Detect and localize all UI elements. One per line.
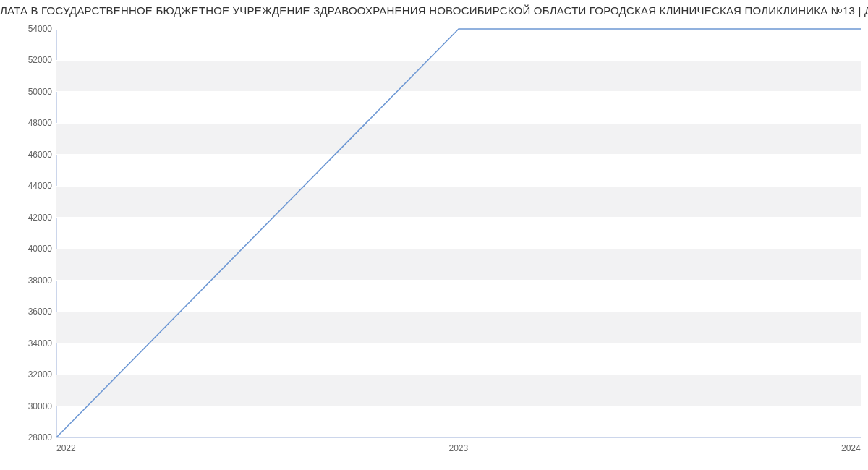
y-tick-label: 34000 [9, 338, 52, 349]
line-series [56, 29, 861, 437]
y-tick-label: 30000 [9, 401, 52, 411]
y-tick-label: 48000 [9, 118, 52, 128]
x-tick-label: 2024 [841, 443, 861, 453]
x-tick-label: 2022 [56, 443, 76, 453]
y-tick-label: 28000 [9, 432, 52, 443]
x-tick-label: 2023 [449, 443, 469, 453]
chart-title: ЛАТА В ГОСУДАРСТВЕННОЕ БЮДЖЕТНОЕ УЧРЕЖДЕ… [0, 4, 868, 17]
y-tick-label: 44000 [9, 181, 52, 191]
plot-area [56, 29, 861, 437]
y-tick-label: 32000 [9, 369, 52, 380]
x-axis-line [56, 437, 861, 438]
y-tick-label: 36000 [9, 307, 52, 317]
y-tick-label: 38000 [9, 275, 52, 286]
y-tick-label: 50000 [9, 87, 52, 97]
y-tick-label: 46000 [9, 150, 52, 160]
y-tick-label: 52000 [9, 55, 52, 65]
y-tick-label: 42000 [9, 213, 52, 223]
y-tick-label: 40000 [9, 244, 52, 254]
y-tick-label: 54000 [9, 24, 52, 34]
